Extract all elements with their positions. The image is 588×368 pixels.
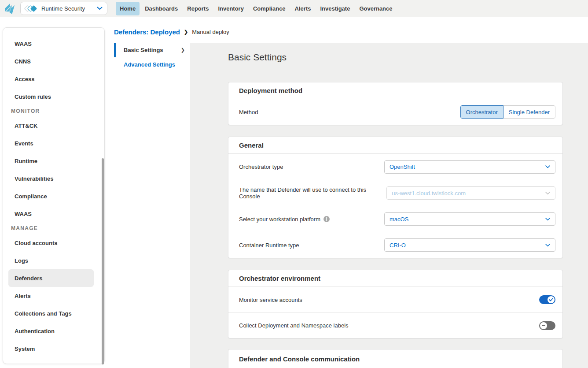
sidebar-item-alerts[interactable]: Alerts (8, 287, 94, 305)
nav-tab-inventory[interactable]: Inventory (214, 2, 248, 15)
chevron-right-icon: ❯ (184, 29, 188, 35)
settings-subnav: Basic Settings ❯ Advanced Settings (114, 43, 190, 368)
subnav-item-advanced-settings[interactable]: Advanced Settings (114, 57, 190, 72)
nav-tab-dashboards[interactable]: Dashboards (141, 2, 182, 15)
orchestrator-environment-card-title: Orchestrator environment (228, 270, 562, 287)
check-icon (549, 298, 553, 301)
collect-labels-label: Collect Deployment and Namespace labels (239, 322, 349, 329)
container-runtime-select[interactable]: CRI-O (384, 238, 555, 252)
breadcrumb-link-defenders-deployed[interactable]: Defenders: Deployed (114, 28, 180, 36)
chevron-down-icon (97, 7, 103, 10)
general-card: General Orchestrator type OpenShift The … (228, 137, 563, 258)
workstation-platform-row: Select your workstation platform i macOS (228, 206, 562, 232)
chevron-right-icon: ❯ (181, 47, 185, 53)
workstation-platform-select[interactable]: macOS (384, 212, 555, 226)
nav-tab-alerts[interactable]: Alerts (291, 2, 315, 15)
nav-tab-home[interactable]: Home (116, 2, 140, 15)
orchestrator-environment-card: Orchestrator environment Monitor service… (228, 270, 563, 338)
method-row: Method Orchestrator Single Defender (228, 99, 562, 125)
sidebar-item-vulnerabilities[interactable]: Vulnerabilities (8, 170, 94, 187)
sidebar-item-compliance[interactable]: Compliance (8, 187, 94, 205)
orchestrator-type-select[interactable]: OpenShift (384, 160, 555, 174)
palo-alto-networks-logo-icon (4, 3, 16, 15)
monitor-service-accounts-toggle[interactable] (539, 295, 555, 304)
breadcrumb-current: Manual deploy (192, 29, 229, 35)
chevron-down-icon (545, 192, 550, 195)
defender-console-communication-card-title: Defender and Console communication (228, 349, 562, 368)
orchestrator-option-button[interactable]: Orchestrator (460, 105, 503, 119)
breadcrumb: Defenders: Deployed ❯ Manual deploy (114, 21, 229, 42)
top-navigation: Home Dashboards Reports Inventory Compli… (116, 2, 397, 15)
sidebar-item-runtime[interactable]: Runtime (8, 152, 94, 170)
sidebar-item-access[interactable]: Access (8, 70, 94, 88)
sidebar-item-system[interactable]: System (8, 340, 94, 357)
collect-labels-row: Collect Deployment and Namespace labels (228, 312, 562, 338)
container-runtime-label: Container Runtime type (239, 242, 299, 249)
sidebar-item-defenders[interactable]: Defenders (8, 269, 94, 287)
collect-labels-toggle[interactable] (539, 321, 555, 330)
chevron-down-icon (545, 218, 550, 221)
sidebar-item-waas[interactable]: WAAS (8, 35, 94, 52)
console-name-value: us-west1.cloud.twistlock.com (392, 190, 466, 197)
sidebar-item-logs[interactable]: Logs (8, 252, 94, 269)
page-title: Basic Settings (228, 52, 588, 63)
monitor-service-accounts-row: Monitor service accounts (228, 287, 562, 312)
orchestrator-type-value: OpenShift (390, 164, 415, 170)
info-icon[interactable]: i (323, 216, 330, 222)
toggle-knob (548, 296, 555, 303)
console-name-select: us-west1.cloud.twistlock.com (386, 186, 555, 200)
sidebar-section-monitor: MONITOR (3, 105, 104, 117)
general-card-title: General (228, 137, 562, 154)
nav-tab-compliance[interactable]: Compliance (249, 2, 290, 15)
toggle-knob (540, 322, 547, 329)
sidebar-item-cloud-accounts[interactable]: Cloud accounts (8, 234, 94, 252)
orchestrator-type-row: Orchestrator type OpenShift (228, 154, 562, 180)
deployment-method-card: Deployment method Method Orchestrator Si… (228, 82, 563, 125)
minus-icon (542, 325, 545, 326)
sidebar-item-waas-monitor[interactable]: WAAS (8, 205, 94, 223)
sidebar-section-manage: MANAGE (3, 223, 104, 234)
sidebar-item-collections-and-tags[interactable]: Collections and Tags (8, 305, 94, 322)
runtime-security-icon (25, 6, 36, 11)
sidebar-item-cnns[interactable]: CNNS (8, 52, 94, 70)
subnav-basic-settings-label: Basic Settings (124, 47, 163, 53)
orchestrator-type-label: Orchestrator type (239, 164, 283, 170)
deployment-method-card-title: Deployment method (228, 82, 562, 99)
nav-tab-reports[interactable]: Reports (183, 2, 213, 15)
nav-tab-investigate[interactable]: Investigate (316, 2, 354, 15)
monitor-service-accounts-label: Monitor service accounts (239, 297, 302, 303)
module-selector-dropdown[interactable]: Runtime Security (20, 2, 107, 15)
container-runtime-row: Container Runtime type CRI-O (228, 232, 562, 258)
method-label: Method (239, 109, 258, 115)
top-bar: Runtime Security Home Dashboards Reports… (0, 0, 588, 17)
sidebar-item-custom-rules[interactable]: Custom rules (8, 88, 94, 105)
subnav-item-basic-settings[interactable]: Basic Settings ❯ (114, 43, 190, 57)
main-content: Basic Settings Deployment method Method … (190, 43, 588, 368)
sidebar: WAAS CNNS Access Custom rules MONITOR AT… (3, 27, 105, 364)
sidebar-item-events[interactable]: Events (8, 134, 94, 152)
workstation-platform-label: Select your workstation platform (239, 216, 320, 223)
sidebar-scrollbar-thumb[interactable] (102, 158, 104, 364)
defender-console-communication-card: Defender and Console communication (228, 349, 563, 368)
nav-tab-governance[interactable]: Governance (355, 2, 396, 15)
workstation-platform-value: macOS (390, 216, 408, 223)
sidebar-item-authentication[interactable]: Authentication (8, 322, 94, 340)
sidebar-item-attack[interactable]: ATT&CK (8, 117, 94, 134)
module-selector-label: Runtime Security (41, 5, 97, 12)
chevron-down-icon (545, 165, 550, 168)
console-name-row: The name that Defender will use to conne… (228, 180, 562, 206)
console-name-label: The name that Defender will use to conne… (239, 186, 386, 200)
subnav-advanced-settings-label: Advanced Settings (124, 61, 175, 68)
container-runtime-value: CRI-O (390, 242, 406, 249)
method-segmented-control: Orchestrator Single Defender (460, 105, 555, 119)
single-defender-option-button[interactable]: Single Defender (503, 105, 555, 119)
chevron-down-icon (545, 244, 550, 247)
